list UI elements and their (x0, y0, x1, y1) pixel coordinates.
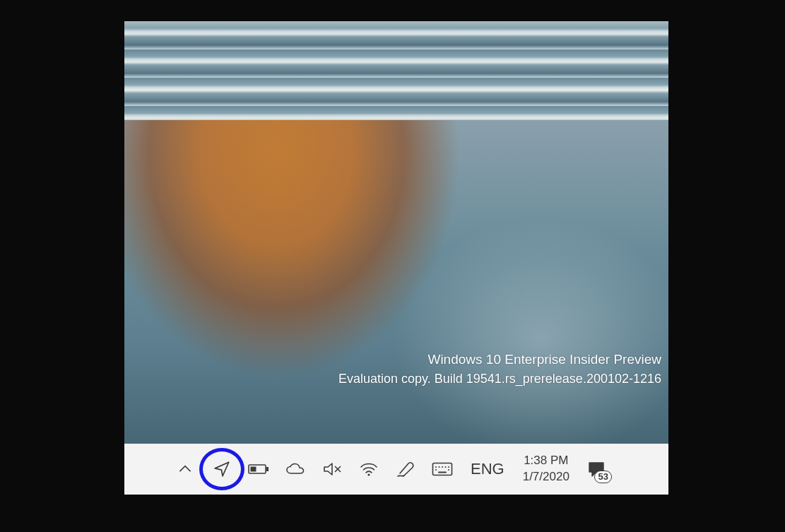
svg-rect-1 (266, 467, 268, 471)
clock-time: 1:38 PM (523, 453, 569, 469)
network-tray-button[interactable] (350, 448, 387, 490)
watermark-edition: Windows 10 Enterprise Insider Preview (338, 350, 661, 370)
location-icon (213, 460, 231, 478)
onedrive-icon (285, 463, 305, 475)
language-label: ENG (471, 460, 504, 478)
wifi-icon (360, 461, 378, 477)
input-language-button[interactable]: ENG (461, 448, 514, 490)
desktop[interactable]: Windows 10 Enterprise Insider Preview Ev… (124, 21, 668, 495)
svg-point-11 (448, 466, 449, 468)
wallpaper-waves (124, 21, 668, 120)
build-watermark: Windows 10 Enterprise Insider Preview Ev… (338, 350, 661, 389)
svg-rect-6 (433, 463, 452, 475)
svg-point-9 (442, 466, 443, 468)
volume-tray-button[interactable] (314, 448, 350, 490)
windows-ink-tray-button[interactable] (387, 448, 424, 490)
volume-muted-icon (322, 461, 342, 478)
svg-rect-14 (438, 472, 447, 473)
system-tray (167, 448, 461, 490)
battery-icon (248, 463, 269, 475)
windows-ink-icon (396, 461, 415, 478)
watermark-build: Evaluation copy. Build 19541.rs_prerelea… (338, 370, 661, 389)
battery-tray-button[interactable] (240, 448, 277, 490)
touch-keyboard-icon (432, 462, 453, 476)
svg-point-5 (367, 473, 370, 475)
clock-button[interactable]: 1:38 PM 1/7/2020 (514, 448, 578, 490)
notification-badge: 53 (594, 471, 611, 483)
taskbar: ENG 1:38 PM 1/7/2020 53 (124, 444, 668, 495)
svg-point-12 (435, 469, 437, 471)
clock-date: 1/7/2020 (523, 469, 569, 485)
chevron-up-icon (176, 460, 194, 478)
show-hidden-icons-button[interactable] (167, 448, 203, 490)
svg-rect-2 (251, 467, 256, 472)
action-center-button[interactable]: 53 (578, 448, 615, 490)
touch-keyboard-tray-button[interactable] (424, 448, 461, 490)
desktop-wallpaper: Windows 10 Enterprise Insider Preview Ev… (124, 21, 668, 444)
onedrive-tray-button[interactable] (277, 448, 314, 490)
svg-point-10 (445, 466, 447, 468)
location-tray-button[interactable] (203, 448, 240, 490)
svg-point-7 (435, 466, 437, 468)
wallpaper-shimmer (393, 219, 668, 444)
svg-point-8 (439, 466, 440, 468)
svg-point-13 (448, 469, 449, 471)
